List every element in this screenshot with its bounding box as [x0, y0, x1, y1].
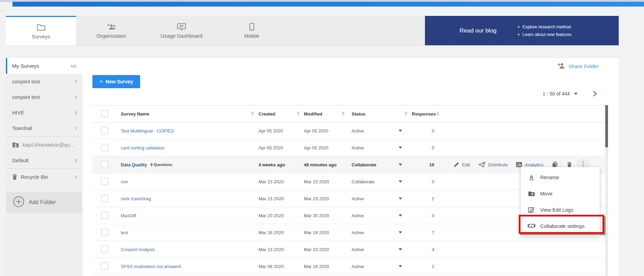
survey-name-link[interactable]: Test Multilingual - COPIED	[121, 128, 174, 134]
tab-label: Organization	[97, 33, 126, 39]
survey-name-cell: rank /card/drag	[121, 190, 151, 207]
survey-name-link[interactable]: test	[121, 230, 128, 235]
page-size-caret-icon[interactable]	[574, 93, 578, 95]
analytics-button[interactable]: Analytics	[516, 162, 543, 167]
table-row[interactable]: Conjoint AnalysisMar 13 2020Mar 23 2020A…	[92, 241, 606, 258]
created-cell: 4 weeks ago	[258, 156, 285, 173]
tab-mobile[interactable]: Mobile	[217, 16, 287, 45]
table-row[interactable]: SPSS multiselect not answerdMar 06 2020M…	[92, 258, 606, 275]
new-survey-button[interactable]: + New Survey	[92, 75, 140, 88]
row-checkbox[interactable]	[101, 195, 108, 202]
modified-cell: Apr 05 2020	[304, 139, 328, 156]
folder-label: Recycle Bin	[21, 174, 75, 180]
tab-usage-dashboard[interactable]: Usage Dashboard	[146, 16, 217, 45]
tab-surveys[interactable]: Surveys	[6, 16, 76, 45]
menu-item-collaborate-settings[interactable]: Collaborate settings	[521, 218, 600, 234]
sidebar-item-kapil-khandekar-que[interactable]: kapil.khandekar@que...	[6, 137, 82, 153]
row-checkbox[interactable]	[101, 229, 108, 236]
row-checkbox[interactable]	[101, 178, 108, 185]
row-checkbox[interactable]	[101, 246, 108, 253]
status-cell: Active	[352, 241, 364, 258]
responses-cell: 2	[412, 258, 438, 275]
survey-name-link[interactable]: SPSS multiselect not answerd	[121, 264, 181, 269]
table-scrollbar-track[interactable]	[605, 105, 608, 276]
sort-icon[interactable]	[436, 111, 439, 116]
sidebar-item-recycle-bin[interactable]: Recycle Bin3	[6, 169, 82, 185]
header-survey-name: Survey Name	[121, 105, 149, 122]
folder-count: 0	[75, 95, 77, 99]
sort-down-arrow	[405, 114, 407, 116]
menu-item-rename[interactable]: ARename	[521, 169, 600, 185]
menu-item-label: Rename	[540, 175, 559, 180]
row-checkbox[interactable]	[101, 144, 108, 151]
menu-item-label: Move	[540, 191, 552, 196]
sort-icon[interactable]	[297, 111, 300, 116]
row-checkbox[interactable]	[101, 212, 108, 219]
survey-name-link[interactable]: Data Quality	[121, 162, 147, 167]
modified-cell: Mar 23 2020	[304, 173, 329, 190]
survey-name-link[interactable]: rank /card/drag	[121, 196, 151, 201]
banner-title[interactable]: Read our blog	[460, 27, 497, 34]
row-checkbox[interactable]	[101, 127, 108, 134]
share-folder-button[interactable]: Share Folder	[557, 62, 599, 70]
table-scrollbar-thumb[interactable]	[605, 105, 608, 147]
blog-banner[interactable]: Read our blog Explore research methodLea…	[425, 16, 619, 45]
dot-icon	[582, 164, 584, 165]
row-checkbox[interactable]	[101, 263, 108, 270]
banner-bullet-item: Learn about new features	[518, 32, 572, 37]
status-dropdown-caret[interactable]	[399, 248, 402, 250]
status-dropdown-caret[interactable]	[399, 214, 402, 217]
sort-icon[interactable]	[405, 111, 407, 116]
action-label: Distribute	[488, 162, 508, 167]
folder-label: HIVE	[12, 110, 75, 116]
survey-name-link[interactable]: Conjoint Analysis	[121, 247, 155, 252]
status-dropdown-caret[interactable]	[399, 181, 402, 183]
modified-cell: Mar 30 2020	[304, 207, 329, 224]
next-page-button[interactable]	[592, 91, 598, 97]
banner-bullet-text: Explore research method	[523, 25, 571, 29]
sidebar-item-conjoint-test[interactable]: conjoint test0	[6, 89, 82, 105]
menu-item-view-edit-logs[interactable]: View Edit Logs	[521, 202, 600, 218]
sort-up-arrow	[405, 111, 407, 113]
status-dropdown-caret[interactable]	[399, 130, 402, 132]
menu-item-move[interactable]: Move	[521, 185, 600, 202]
sidebar-item-hive[interactable]: HIVE6	[6, 105, 82, 120]
status-dropdown-caret[interactable]	[399, 265, 402, 267]
survey-name-link[interactable]: con	[121, 179, 128, 184]
sidebar-item-default[interactable]: Default3	[6, 153, 82, 168]
created-cell: Mar 16 2020	[258, 224, 284, 241]
survey-name-cell: Conjoint Analysis	[121, 241, 155, 258]
survey-name-link[interactable]: card sorting validation	[121, 145, 164, 150]
sidebar-item-conjoint-test[interactable]: conjoint test0	[6, 74, 82, 89]
row-checkbox[interactable]	[101, 161, 108, 168]
select-all-checkbox[interactable]	[101, 110, 108, 117]
sort-icon[interactable]	[342, 111, 345, 116]
status-dropdown-caret[interactable]	[399, 197, 402, 200]
sidebar-item-my-surveys[interactable]: My Surveys441	[6, 58, 82, 74]
edit-button[interactable]: Edit	[453, 162, 470, 168]
survey-name-cell: con	[121, 173, 128, 190]
status-dropdown-caret[interactable]	[399, 147, 402, 149]
table-row[interactable]: Test Multilingual - COPIEDApr 05 2020Apr…	[92, 122, 606, 139]
status-dropdown-caret[interactable]	[399, 231, 402, 233]
row-context-menu: ARenameMoveView Edit LogsCollaborate set…	[521, 167, 600, 236]
sidebar-item-townhall[interactable]: Townhall1	[6, 120, 82, 136]
survey-name-link[interactable]: MaxDiff	[121, 213, 136, 218]
status-cell: Active	[352, 258, 364, 275]
collaborate-icon	[527, 223, 536, 229]
chevron-right-icon	[592, 91, 598, 97]
table-row[interactable]: card sorting validationApr 05 2020Apr 05…	[92, 139, 606, 156]
tab-organization[interactable]: Organization	[76, 16, 146, 45]
status-dropdown-caret[interactable]	[399, 164, 402, 166]
distribute-button[interactable]: Distribute	[478, 162, 508, 168]
sort-icon[interactable]	[251, 111, 254, 116]
distribute-icon	[478, 162, 486, 168]
delete-icon[interactable]	[567, 162, 572, 168]
share-folder-icon	[557, 62, 565, 70]
survey-name-cell: MaxDiff	[121, 207, 136, 224]
move-icon	[527, 191, 536, 196]
folder-count: 6	[75, 111, 77, 115]
rename-icon: A	[527, 174, 536, 180]
add-folder-button[interactable]: Add Folder	[6, 192, 82, 213]
edit-icon	[453, 162, 460, 168]
